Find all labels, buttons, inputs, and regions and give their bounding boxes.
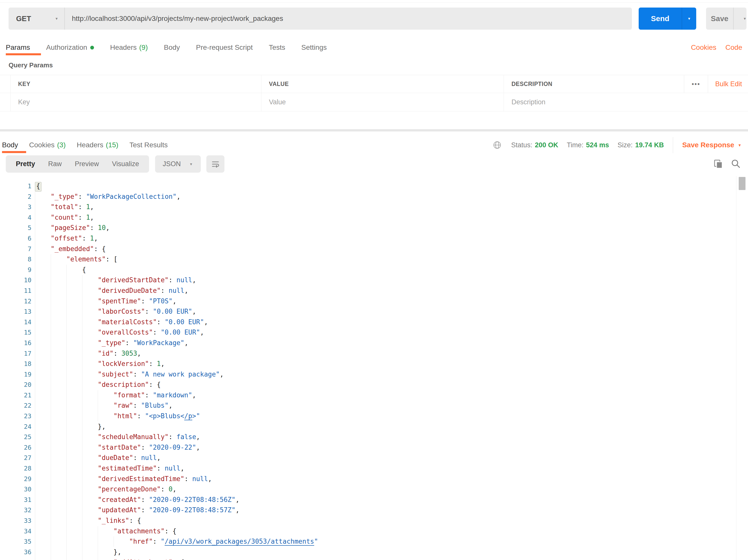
method-select[interactable]: GET ▼ [8,7,65,30]
indent-guide [51,536,67,547]
indent-guide [66,400,82,411]
code-token: "html" [114,412,137,420]
save-response-button[interactable]: Save Response ▼ [682,141,742,149]
language-select[interactable]: JSON ▼ [155,155,201,173]
code-line-content: "derivedDueDate": null, [35,285,188,296]
indent-guide [35,296,51,307]
code-line-content: "_type": "WorkPackage", [35,338,188,348]
view-raw[interactable]: Raw [42,155,68,173]
tab-pre-request-script[interactable]: Pre-request Script [196,40,253,55]
send-options-button[interactable]: ▼ [682,7,696,30]
code-token: : { [165,527,177,535]
indent-guide [51,254,67,265]
indent-guide [35,265,51,275]
code-token: "spentTime" [98,297,141,305]
line-number: 24 [0,421,31,432]
code-link[interactable]: /p [184,412,192,420]
line-number: 6 [0,233,31,244]
save-options-button[interactable]: ▼ [733,7,747,30]
view-preview[interactable]: Preview [68,155,106,173]
code-token: false [177,433,196,441]
key-placeholder: Key [18,98,30,106]
code-tokens: "spentTime": "PT0S", [98,296,177,307]
code-token: : [78,214,86,221]
code-line: 17"id": 3053, [0,348,736,359]
code-tokens: "_type": "WorkPackage", [98,338,188,348]
response-tab-headers[interactable]: Headers(15) [77,137,118,153]
search-button[interactable] [730,159,742,170]
code-line: 8"elements": [ [0,254,736,265]
code-token: : [133,371,141,378]
response-body-viewer[interactable]: 1{2"_type": "WorkPackageCollection",3"to… [0,179,736,560]
request-bar: GET ▼ http://localhost:3000/api/v3/proje… [8,7,747,30]
param-value-input[interactable]: Value [261,93,504,111]
line-number: 13 [0,306,31,317]
indent-guide [51,338,67,348]
response-meta: Status: 200 OK Time: 524 ms Size: 19.74 … [492,137,742,153]
param-key-input[interactable]: Key [10,93,261,111]
code-link[interactable]: Code [725,44,742,51]
line-number: 36 [0,547,31,558]
code-token: "id" [98,350,114,357]
code-tokens: "_type": "WorkPackageCollection", [51,191,181,202]
line-number: 35 [0,536,31,547]
indent-guide [35,505,51,515]
indent-guide [35,338,51,348]
code-token: "count" [51,214,78,221]
tab-tests[interactable]: Tests [269,40,285,55]
code-token: : { [129,517,141,524]
indent-guide [51,285,67,296]
tab-headers[interactable]: Headers(9) [110,40,148,55]
code-token: "_type" [98,339,125,347]
code-line-content: "total": 1, [35,202,94,212]
tab-authorization[interactable]: Authorization [46,40,94,55]
scrollbar-thumb[interactable] [739,177,746,190]
code-line: 36}, [0,547,736,558]
save-button[interactable]: Save [706,7,733,30]
send-button[interactable]: Send [639,7,682,30]
code-token: , [196,433,200,441]
indent-guide [51,296,67,307]
copy-button[interactable] [713,159,724,170]
code-token: "addAttachment" [114,559,173,560]
indent-guide [66,432,82,442]
code-link[interactable]: /api/v3/work_packages/3053/attachments [165,538,314,546]
indent-guide [51,474,67,484]
response-tab-test-results[interactable]: Test Results [130,137,168,153]
indent-guide [35,432,51,442]
code-token: "createdAt" [98,496,141,504]
response-tab-cookies[interactable]: Cookies(3) [29,137,66,153]
view-visualize[interactable]: Visualize [106,155,146,173]
key-header-label: KEY [18,81,30,88]
code-line-content: "addAttachment": { [35,557,184,560]
code-token: "PT0S" [149,297,173,305]
code-line-content: }, [35,547,121,558]
response-tab-body[interactable]: Body [2,137,18,153]
code-line: 23"html": "<p>Blubs</p>" [0,411,736,421]
code-token: null [177,276,192,284]
code-token: : [133,454,141,462]
code-token: , [181,465,185,472]
language-value: JSON [163,160,181,168]
indent-guide [82,495,98,505]
tab-body[interactable]: Body [164,40,180,55]
code-line: 24}, [0,421,736,432]
code-line-content: "href": "/api/v3/work_packages/3053/atta… [35,536,318,547]
bulk-edit-button[interactable]: Bulk Edit [708,80,748,88]
code-token: : [149,360,157,368]
indent-guide [82,505,98,515]
indent-guide [51,265,67,275]
code-line-content: "percentageDone": 0, [35,484,177,495]
view-pretty[interactable]: Pretty [9,155,42,173]
indent-guide [98,547,114,558]
params-menu-button[interactable]: ••• [684,75,708,93]
wrap-text-button[interactable] [206,155,225,173]
param-description-input[interactable]: Description [504,93,748,111]
cookies-link[interactable]: Cookies [691,44,716,51]
params-handle-column [0,75,10,93]
code-tokens: "description": { [98,379,161,390]
tab-settings[interactable]: Settings [301,40,327,55]
code-line: 13"laborCosts": "0.00 EUR", [0,306,736,317]
tab-params[interactable]: Params [6,40,30,55]
url-input[interactable]: http://localhost:3000/api/v3/projects/my… [65,7,632,30]
